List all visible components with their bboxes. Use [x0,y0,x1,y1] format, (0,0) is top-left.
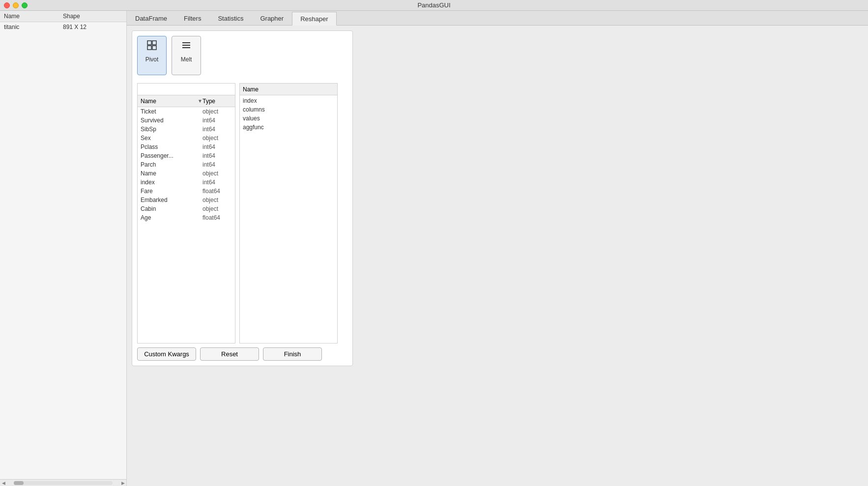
name-list-header: Name [240,84,337,95]
main-panel: Pivot Melt [127,26,868,486]
tab-statistics[interactable]: Statistics [209,11,252,25]
tab-dataframe[interactable]: DataFrame [127,11,175,25]
svg-rect-1 [152,41,156,45]
sidebar-hscroll-thumb [14,481,24,485]
list-item[interactable]: Parchint64 [138,160,235,169]
list-item[interactable]: indexint64 [138,178,235,187]
custom-kwargs-button[interactable]: Custom Kwargs [137,347,196,361]
column-list-body: TicketobjectSurvivedint64SibSpint64Sexob… [138,107,235,343]
sidebar-header: Name Shape [0,11,126,22]
sidebar-row-titanic[interactable]: titanic 891 X 12 [0,22,126,32]
col-header-name: Name [141,98,198,105]
sidebar-hscroll-track [14,481,113,485]
scroll-left-arrow[interactable]: ◀ [0,481,7,486]
list-item[interactable]: Ticketobject [138,107,235,116]
reset-button[interactable]: Reset [200,347,259,361]
list-item[interactable]: Cabinobject [138,204,235,213]
minimize-button[interactable] [13,2,19,8]
svg-rect-3 [152,46,156,50]
col-header-sort-icon: ▼ [198,98,203,104]
sidebar-col-shape-header: Shape [63,13,80,20]
content-area: DataFrame Filters Statistics Grapher Res… [127,11,868,486]
list-item[interactable]: Pclassint64 [138,143,235,151]
sidebar: Name Shape titanic 891 X 12 ◀ ▶ [0,11,127,486]
column-search-input[interactable] [138,84,235,95]
melt-label: Melt [181,56,192,63]
list-item[interactable]: Survivedint64 [138,116,235,125]
list-item[interactable]: Passenger...int64 [138,151,235,160]
list-item[interactable]: aggfunc [240,123,337,132]
svg-rect-0 [147,41,151,45]
list-item[interactable]: Nameobject [138,169,235,178]
operation-buttons: Pivot Melt [137,36,347,75]
column-list-header: Name ▼ Type [138,95,235,107]
finish-button[interactable]: Finish [263,347,322,361]
list-item[interactable]: Agefloat64 [138,213,235,222]
app-title: PandasGUI [417,1,450,9]
svg-rect-2 [147,46,151,50]
col-header-type: Type [203,98,232,105]
tabbar: DataFrame Filters Statistics Grapher Res… [127,11,868,26]
list-item[interactable]: columns [240,105,337,114]
list-item[interactable]: Embarkedobject [138,196,235,204]
list-item[interactable]: Sexobject [138,134,235,143]
sidebar-col-name-header: Name [4,13,63,20]
list-item[interactable]: SibSpint64 [138,125,235,134]
scroll-right-arrow[interactable]: ▶ [119,481,126,486]
tab-reshaper[interactable]: Reshaper [292,12,336,26]
pivot-label: Pivot [145,56,159,63]
pivot-icon [146,39,158,54]
list-item[interactable]: Farefloat64 [138,187,235,196]
name-list-body: indexcolumnsvaluesaggfunc [240,95,337,133]
column-list-container: Name ▼ Type TicketobjectSurvivedint64Sib… [137,83,235,343]
tab-grapher[interactable]: Grapher [252,11,292,25]
sidebar-dataset-name: titanic [4,24,63,30]
reshaper-container: Pivot Melt [132,30,353,366]
bottom-buttons: Custom Kwargs Reset Finish [137,347,347,361]
maximize-button[interactable] [22,2,28,8]
sidebar-dataset-shape: 891 X 12 [63,24,87,30]
tab-filters[interactable]: Filters [175,11,209,25]
name-list-container: Name indexcolumnsvaluesaggfunc [239,83,338,343]
column-config: Name ▼ Type TicketobjectSurvivedint64Sib… [137,83,347,343]
titlebar: PandasGUI [0,0,868,11]
melt-button[interactable]: Melt [172,36,201,75]
melt-icon [180,39,192,54]
app-body: Name Shape titanic 891 X 12 ◀ ▶ DataFram… [0,11,868,486]
list-item[interactable]: values [240,114,337,123]
traffic-lights [4,2,28,8]
sidebar-bottom-scrollbar: ◀ ▶ [0,479,126,486]
list-item[interactable]: index [240,96,337,105]
pivot-button[interactable]: Pivot [137,36,167,75]
close-button[interactable] [4,2,10,8]
